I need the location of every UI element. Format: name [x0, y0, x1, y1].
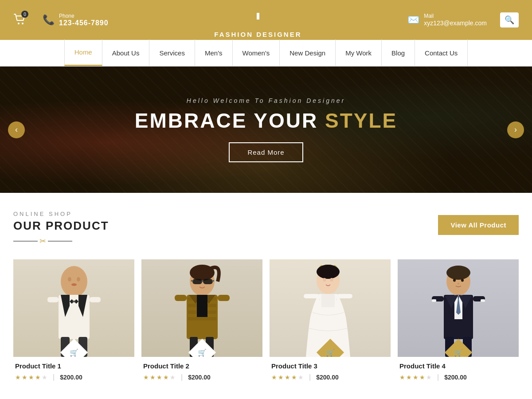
product-info-3: Product Title 3 ★ ★ ★ ★ ★ | $200.00: [270, 357, 391, 385]
nav-about[interactable]: About Us: [102, 39, 150, 66]
product-title-3: Product Title 3: [271, 362, 389, 370]
svg-rect-33: [175, 295, 187, 301]
top-bar-left: 0 📞 Phone 123-456-7890: [13, 13, 109, 27]
nav-new-design[interactable]: New Design: [280, 39, 336, 66]
nav-womens[interactable]: Women's: [233, 39, 280, 66]
stars-3: ★ ★ ★ ★ ★: [271, 374, 304, 381]
stars-4: ★ ★ ★ ★ ★: [399, 374, 432, 381]
nav-home[interactable]: Home: [64, 39, 102, 66]
svg-point-0: [18, 23, 20, 24]
product-grid: 🛒 Product Title 1 ★ ★ ★ ★ ★ | $200.00: [13, 259, 519, 385]
svg-rect-21: [203, 279, 213, 284]
svg-point-39: [323, 278, 326, 282]
svg-point-15: [68, 277, 71, 282]
slider-prev-button[interactable]: ‹: [8, 121, 25, 138]
cart-icon-2: 🛒: [198, 348, 207, 357]
stars-2: ★ ★ ★ ★ ★: [143, 374, 176, 381]
slider-next-button[interactable]: ›: [507, 121, 524, 138]
nav-services[interactable]: Services: [149, 39, 195, 66]
scissors-icon: ✂: [39, 236, 46, 246]
svg-rect-2: [257, 13, 259, 20]
hero-read-more-button[interactable]: Read More: [229, 142, 303, 162]
product-title-2: Product Title 2: [143, 362, 261, 370]
top-bar: 0 📞 Phone 123-456-7890 FASHION DESIGNER …: [0, 0, 532, 40]
products-section: Online Shop OUR PRODUCT ✂ View All Produ…: [0, 193, 532, 399]
section-label: Online Shop: [13, 211, 109, 217]
mail-address: xyz123@example.com: [424, 20, 487, 27]
product-card-3[interactable]: 🛒 Product Title 3 ★ ★ ★ ★ ★ | $200.00: [270, 259, 391, 385]
cart-wrap-2: 🛒: [192, 343, 212, 357]
cart-icon-1: 🛒: [70, 348, 78, 357]
phone-number: 123-456-7890: [59, 19, 109, 27]
product-info-1: Product Title 1 ★ ★ ★ ★ ★ | $200.00: [13, 357, 134, 385]
product-price-3: $200.00: [316, 374, 339, 381]
stars-1: ★ ★ ★ ★ ★: [15, 374, 47, 381]
cart-badge: 0: [21, 11, 28, 18]
mail-label: Mail: [424, 13, 487, 19]
svg-rect-59: [481, 299, 485, 302]
cart-wrap-4: 🛒: [449, 343, 468, 357]
svg-rect-29: [188, 317, 216, 321]
svg-rect-24: [212, 280, 214, 282]
products-header: Online Shop OUR PRODUCT ✂ View All Produ…: [13, 211, 519, 246]
mail-text: Mail xyz123@example.com: [424, 13, 487, 27]
mail-icon: ✉️: [407, 14, 419, 26]
mail-block: ✉️ Mail xyz123@example.com: [407, 13, 487, 27]
svg-rect-11: [47, 297, 59, 302]
cart-icon-3: 🛒: [326, 348, 335, 357]
main-nav: Home About Us Services Men's Women's New…: [64, 39, 468, 66]
svg-rect-23: [191, 280, 193, 282]
nav-work[interactable]: My Work: [336, 39, 382, 66]
divider-scissors: ✂: [13, 236, 109, 246]
hero-content: Hello Welcome To Fashion Designer EMBRAC…: [0, 66, 532, 193]
svg-point-19: [190, 265, 215, 281]
product-info-4: Product Title 4 ★ ★ ★ ★ ★ | $200.00: [398, 357, 519, 385]
svg-point-49: [457, 283, 459, 285]
product-card-1[interactable]: 🛒 Product Title 1 ★ ★ ★ ★ ★ | $200.00: [13, 259, 134, 385]
phone-label: Phone: [59, 13, 109, 19]
svg-point-40: [330, 278, 333, 282]
hero-title: EMBRACE YOUR STYLE: [135, 109, 397, 133]
hero-title-gold: STYLE: [325, 109, 397, 132]
logo-icon: [240, 2, 276, 33]
svg-rect-41: [304, 294, 319, 298]
svg-point-46: [446, 266, 470, 280]
products-header-left: Online Shop OUR PRODUCT ✂: [13, 211, 109, 246]
product-meta-2: ★ ★ ★ ★ ★ | $200.00: [143, 373, 261, 381]
product-price-4: $200.00: [444, 374, 467, 381]
product-title-4: Product Title 4: [399, 362, 517, 370]
product-image-4: 🛒: [398, 259, 519, 357]
hero-subtitle: Hello Welcome To Fashion Designer: [187, 97, 345, 104]
product-card-2[interactable]: 🛒 Product Title 2 ★ ★ ★ ★ ★ | $200.00: [141, 259, 262, 385]
nav-contact[interactable]: Contact Us: [415, 39, 468, 66]
svg-rect-34: [218, 295, 230, 301]
svg-rect-12: [90, 297, 101, 302]
product-info-2: Product Title 2 ★ ★ ★ ★ ★ | $200.00: [141, 357, 262, 385]
svg-point-3: [61, 266, 87, 297]
logo-title: FASHION DESIGNER: [214, 31, 301, 38]
cart-button[interactable]: 0: [13, 13, 26, 27]
svg-point-17: [71, 283, 77, 286]
search-button[interactable]: 🔍: [500, 12, 519, 27]
svg-rect-7: [70, 295, 78, 317]
phone-text: Phone 123-456-7890: [59, 13, 109, 27]
section-title: OUR PRODUCT: [13, 219, 109, 233]
svg-point-1: [22, 23, 23, 24]
view-all-button[interactable]: View All Product: [438, 215, 519, 235]
svg-rect-32: [197, 295, 207, 317]
hero-title-white: EMBRACE YOUR: [135, 109, 318, 132]
svg-rect-22: [202, 280, 203, 282]
divider-line-left: [13, 241, 38, 242]
logo[interactable]: FASHION DESIGNER: [214, 2, 301, 38]
hero-slider: ‹ Hello Welcome To Fashion Designer EMBR…: [0, 66, 532, 193]
product-meta-3: ★ ★ ★ ★ ★ | $200.00: [271, 373, 389, 381]
nav-bar: Home About Us Services Men's Women's New…: [0, 40, 532, 66]
product-title-1: Product Title 1: [15, 362, 133, 370]
nav-mens[interactable]: Men's: [195, 39, 233, 66]
phone-icon: 📞: [43, 14, 55, 26]
svg-rect-44: [321, 294, 335, 307]
product-image-3: 🛒: [270, 259, 391, 357]
nav-blog[interactable]: Blog: [382, 39, 415, 66]
product-card-4[interactable]: 🛒 Product Title 4 ★ ★ ★ ★ ★ | $200.00: [398, 259, 519, 385]
divider-line-right: [48, 241, 72, 242]
